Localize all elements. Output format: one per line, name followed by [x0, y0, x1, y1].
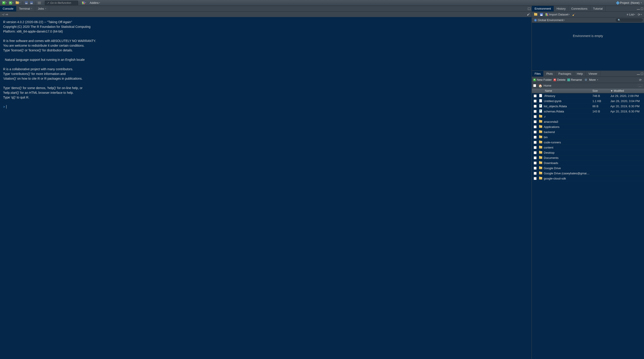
env-save-button[interactable] — [539, 13, 544, 16]
tab-files[interactable]: Files — [532, 71, 544, 77]
tab-terminal[interactable]: Terminal× — [16, 6, 35, 12]
file-row[interactable]: backend — [532, 129, 644, 135]
pane-maximize-icon[interactable] — [641, 73, 643, 75]
tab-packages[interactable]: Packages — [556, 71, 574, 77]
pane-maximize-icon[interactable] — [641, 8, 643, 10]
file-checkbox[interactable] — [534, 136, 536, 139]
env-view-mode[interactable]: ≡ List — [626, 12, 636, 17]
file-row[interactable]: .r — [532, 114, 644, 119]
file-row[interactable]: Documents — [532, 155, 644, 160]
file-icon — [539, 99, 542, 102]
rename-button[interactable]: Rename — [567, 78, 582, 82]
file-checkbox[interactable] — [534, 162, 536, 164]
file-checkbox[interactable] — [534, 105, 536, 108]
file-row[interactable]: google-cloud-sdk — [532, 176, 644, 181]
env-load-button[interactable] — [533, 13, 538, 16]
console-arrow-icon[interactable]: ⇨ — [6, 13, 8, 16]
header-name[interactable]: Name — [544, 89, 592, 93]
pane-minimize-icon[interactable] — [637, 74, 640, 75]
file-checkbox[interactable] — [534, 120, 536, 123]
files-refresh-button[interactable]: ⟳ — [638, 78, 643, 82]
file-name: Untitled.ipynb — [544, 99, 592, 103]
import-dataset-label: Import Dataset — [549, 13, 568, 16]
tab-viewer[interactable]: Viewer — [586, 71, 600, 77]
file-checkbox[interactable] — [534, 141, 536, 144]
tab-console[interactable]: Console — [0, 6, 16, 12]
env-toolbar: Import Dataset 🧹 ≡ List ⟳ — [532, 12, 644, 18]
file-name: .r — [544, 115, 592, 118]
file-row[interactable]: Desktop — [532, 150, 644, 155]
file-row[interactable]: Untitled.ipynb1.1 KBJan 28, 2020, 3:04 P… — [532, 99, 644, 104]
header-modified[interactable]: ▼ Modified — [610, 89, 644, 93]
file-row[interactable]: list_objects.Rdata86 BApr 20, 2019, 6:30… — [532, 104, 644, 109]
file-name: Documents — [544, 156, 592, 160]
tab-plots[interactable]: Plots — [544, 71, 556, 77]
file-checkbox[interactable] — [534, 95, 536, 97]
env-scope-selector[interactable]: Global Environment — [533, 18, 566, 22]
print-button[interactable] — [37, 1, 42, 5]
file-checkbox[interactable] — [534, 146, 536, 149]
close-icon[interactable]: × — [45, 8, 46, 10]
close-icon[interactable]: × — [31, 8, 32, 10]
env-list-label: List — [629, 13, 634, 16]
file-name: Downloads — [544, 161, 592, 165]
tab-connections[interactable]: Connections — [568, 6, 590, 12]
file-checkbox[interactable] — [534, 131, 536, 134]
tab-history[interactable]: History — [554, 6, 568, 12]
import-dataset-button[interactable]: Import Dataset — [545, 12, 570, 17]
file-row[interactable]: code-runners — [532, 140, 644, 145]
file-checkbox[interactable] — [534, 167, 536, 170]
file-checkbox[interactable] — [534, 172, 536, 175]
delete-button[interactable]: Delete — [554, 78, 566, 82]
tab-tutorial[interactable]: Tutorial — [590, 6, 606, 12]
file-row[interactable]: Google Drive (caseybates@gmai… — [532, 171, 644, 176]
tab-environment[interactable]: Environment — [532, 6, 554, 12]
goto-file-input[interactable]: ↗ Go to file/function — [44, 1, 78, 5]
file-checkbox[interactable] — [534, 115, 536, 118]
files-path-label[interactable]: Home — [544, 84, 552, 87]
tab-help[interactable]: Help — [574, 71, 586, 77]
clear-console-icon[interactable]: 🖌 — [527, 13, 530, 16]
env-search-input[interactable]: 🔍 — [616, 19, 643, 22]
folder-icon — [539, 167, 542, 169]
file-checkbox[interactable] — [534, 156, 536, 159]
file-checkbox[interactable] — [534, 110, 536, 113]
file-row[interactable]: anaconda3 — [532, 119, 644, 124]
file-row[interactable]: Downloads — [532, 160, 644, 166]
new-folder-button[interactable]: New Folder — [533, 78, 552, 82]
header-size[interactable]: Size — [592, 89, 610, 93]
folder-icon — [534, 13, 537, 16]
file-checkbox[interactable] — [534, 125, 536, 128]
open-button[interactable] — [15, 1, 21, 5]
new-file-button[interactable] — [1, 1, 8, 5]
pane-minimize-icon[interactable] — [637, 9, 640, 10]
file-checkbox[interactable] — [534, 151, 536, 154]
file-row[interactable]: content — [532, 145, 644, 150]
tab-jobs[interactable]: Jobs× — [35, 6, 49, 12]
home-icon[interactable]: 🏠 — [538, 84, 542, 88]
file-row[interactable]: Applications — [532, 124, 644, 129]
save-all-button[interactable] — [29, 1, 34, 5]
file-checkbox[interactable] — [534, 100, 536, 103]
save-button[interactable] — [24, 1, 29, 5]
file-checkbox[interactable] — [534, 177, 536, 180]
new-project-button[interactable] — [8, 1, 14, 5]
addins-menu[interactable]: Addins — [89, 1, 101, 5]
file-row[interactable]: .Rhistory746 BJul 29, 2020, 2:09 PM — [532, 93, 644, 99]
env-refresh-button[interactable]: ⟳ — [637, 12, 643, 17]
pane-popout-icon[interactable] — [528, 8, 530, 10]
new-folder-icon — [533, 79, 536, 81]
more-button[interactable]: ⚙More — [584, 78, 599, 82]
folder-icon — [539, 120, 542, 123]
files-select-all-checkbox[interactable] — [533, 84, 536, 87]
file-row[interactable]: bin — [532, 135, 644, 140]
files-path-more[interactable]: … — [638, 84, 643, 87]
file-row[interactable]: schemas.Rdata143 BApr 20, 2019, 6:30 PM — [532, 109, 644, 114]
tools-grid-button[interactable] — [81, 1, 87, 5]
file-row[interactable]: Google Drive — [532, 166, 644, 171]
folder-icon — [539, 125, 542, 128]
files-breadcrumb: 🏠 Home … — [532, 83, 644, 88]
project-menu[interactable]: Project: (None) — [616, 1, 643, 5]
console-output-area[interactable]: R version 4.0.2 (2020-06-22) -- "Taking … — [0, 17, 532, 359]
env-clear-button[interactable]: 🧹 — [571, 13, 576, 17]
